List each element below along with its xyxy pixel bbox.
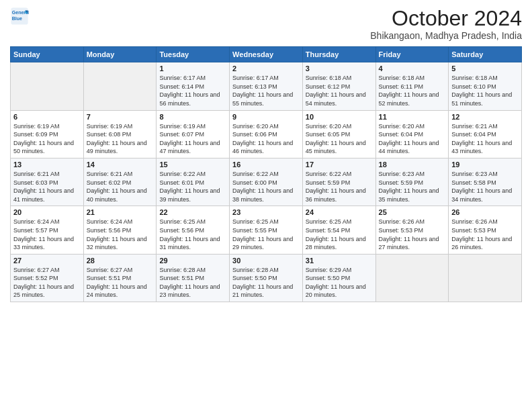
day-number: 3 (306, 64, 373, 73)
day-info: Sunrise: 6:28 AM Sunset: 5:51 PM Dayligh… (159, 266, 226, 300)
day-info: Sunrise: 6:25 AM Sunset: 5:54 PM Dayligh… (306, 218, 373, 251)
logo: General Blue (10, 7, 29, 26)
logo-icon: General Blue (10, 7, 29, 26)
day-info: Sunrise: 6:21 AM Sunset: 6:02 PM Dayligh… (87, 170, 154, 203)
svg-text:Blue: Blue (12, 16, 22, 21)
day-number: 26 (451, 208, 519, 216)
day-number: 27 (13, 257, 81, 265)
calendar-header-row: SundayMondayTuesdayWednesdayThursdayFrid… (11, 47, 522, 62)
day-number: 29 (159, 257, 226, 265)
day-info: Sunrise: 6:29 AM Sunset: 5:50 PM Dayligh… (306, 266, 373, 300)
table-row: 5Sunrise: 6:18 AM Sunset: 6:10 PM Daylig… (449, 62, 522, 110)
day-info: Sunrise: 6:22 AM Sunset: 6:01 PM Dayligh… (159, 170, 226, 203)
table-row: 9Sunrise: 6:20 AM Sunset: 6:06 PM Daylig… (230, 110, 303, 158)
calendar-header-monday: Monday (83, 47, 157, 62)
day-number: 24 (306, 208, 373, 216)
calendar-table: SundayMondayTuesdayWednesdayThursdayFrid… (10, 46, 522, 302)
table-row: 22Sunrise: 6:25 AM Sunset: 5:56 PM Dayli… (157, 206, 230, 254)
table-row (11, 62, 84, 110)
day-info: Sunrise: 6:27 AM Sunset: 5:52 PM Dayligh… (13, 266, 81, 300)
table-row: 25Sunrise: 6:26 AM Sunset: 5:53 PM Dayli… (375, 206, 449, 254)
day-number: 25 (379, 208, 446, 216)
table-row: 14Sunrise: 6:21 AM Sunset: 6:02 PM Dayli… (83, 158, 157, 205)
day-info: Sunrise: 6:23 AM Sunset: 5:58 PM Dayligh… (451, 170, 519, 203)
calendar-week-4: 20Sunrise: 6:24 AM Sunset: 5:57 PM Dayli… (11, 206, 522, 254)
day-info: Sunrise: 6:24 AM Sunset: 5:56 PM Dayligh… (87, 218, 154, 251)
day-info: Sunrise: 6:22 AM Sunset: 5:59 PM Dayligh… (306, 170, 373, 203)
table-row: 8Sunrise: 6:19 AM Sunset: 6:07 PM Daylig… (157, 110, 230, 158)
table-row: 3Sunrise: 6:18 AM Sunset: 6:12 PM Daylig… (302, 62, 375, 110)
day-number: 14 (87, 161, 154, 169)
day-number: 5 (451, 64, 519, 73)
table-row: 29Sunrise: 6:28 AM Sunset: 5:51 PM Dayli… (157, 254, 230, 302)
title-block: October 2024 Bhikangaon, Madhya Pradesh,… (370, 7, 522, 41)
table-row: 21Sunrise: 6:24 AM Sunset: 5:56 PM Dayli… (83, 206, 157, 254)
location-title: Bhikangaon, Madhya Pradesh, India (370, 30, 522, 41)
table-row: 1Sunrise: 6:17 AM Sunset: 6:14 PM Daylig… (157, 62, 230, 110)
day-number: 1 (159, 64, 226, 73)
day-info: Sunrise: 6:20 AM Sunset: 6:06 PM Dayligh… (232, 122, 300, 156)
day-info: Sunrise: 6:19 AM Sunset: 6:09 PM Dayligh… (13, 122, 81, 156)
day-number: 17 (306, 161, 373, 169)
day-number: 28 (87, 257, 154, 265)
day-info: Sunrise: 6:17 AM Sunset: 6:13 PM Dayligh… (232, 74, 300, 107)
month-title: October 2024 (370, 7, 522, 30)
calendar-header-sunday: Sunday (11, 47, 84, 62)
day-number: 10 (306, 113, 373, 121)
day-info: Sunrise: 6:26 AM Sunset: 5:53 PM Dayligh… (451, 218, 519, 251)
calendar-header-saturday: Saturday (449, 47, 522, 62)
day-info: Sunrise: 6:19 AM Sunset: 6:08 PM Dayligh… (87, 122, 154, 156)
day-number: 16 (232, 161, 300, 169)
table-row: 7Sunrise: 6:19 AM Sunset: 6:08 PM Daylig… (83, 110, 157, 158)
table-row: 18Sunrise: 6:23 AM Sunset: 5:59 PM Dayli… (375, 158, 449, 205)
day-number: 13 (13, 161, 81, 169)
calendar-week-5: 27Sunrise: 6:27 AM Sunset: 5:52 PM Dayli… (11, 254, 522, 302)
calendar-week-1: 1Sunrise: 6:17 AM Sunset: 6:14 PM Daylig… (11, 62, 522, 110)
day-number: 22 (159, 208, 226, 216)
day-number: 6 (13, 113, 81, 121)
day-info: Sunrise: 6:19 AM Sunset: 6:07 PM Dayligh… (159, 122, 226, 156)
table-row: 6Sunrise: 6:19 AM Sunset: 6:09 PM Daylig… (11, 110, 84, 158)
day-info: Sunrise: 6:25 AM Sunset: 5:55 PM Dayligh… (232, 218, 300, 251)
day-number: 9 (232, 113, 300, 121)
day-number: 20 (13, 208, 81, 216)
table-row: 4Sunrise: 6:18 AM Sunset: 6:11 PM Daylig… (375, 62, 449, 110)
day-info: Sunrise: 6:18 AM Sunset: 6:11 PM Dayligh… (379, 74, 446, 107)
calendar-header-wednesday: Wednesday (230, 47, 303, 62)
day-number: 4 (379, 64, 446, 73)
day-info: Sunrise: 6:18 AM Sunset: 6:10 PM Dayligh… (451, 74, 519, 107)
table-row: 30Sunrise: 6:28 AM Sunset: 5:50 PM Dayli… (230, 254, 303, 302)
header: General Blue October 2024 Bhikangaon, Ma… (10, 7, 522, 41)
table-row: 31Sunrise: 6:29 AM Sunset: 5:50 PM Dayli… (302, 254, 375, 302)
day-info: Sunrise: 6:18 AM Sunset: 6:12 PM Dayligh… (306, 74, 373, 107)
table-row: 10Sunrise: 6:20 AM Sunset: 6:05 PM Dayli… (302, 110, 375, 158)
day-info: Sunrise: 6:20 AM Sunset: 6:05 PM Dayligh… (306, 122, 373, 156)
table-row: 24Sunrise: 6:25 AM Sunset: 5:54 PM Dayli… (302, 206, 375, 254)
day-number: 23 (232, 208, 300, 216)
day-number: 19 (451, 161, 519, 169)
table-row: 13Sunrise: 6:21 AM Sunset: 6:03 PM Dayli… (11, 158, 84, 205)
day-info: Sunrise: 6:25 AM Sunset: 5:56 PM Dayligh… (159, 218, 226, 251)
day-number: 15 (159, 161, 226, 169)
day-number: 30 (232, 257, 300, 265)
day-number: 12 (451, 113, 519, 121)
day-number: 2 (232, 64, 300, 73)
calendar-header-thursday: Thursday (302, 47, 375, 62)
day-number: 21 (87, 208, 154, 216)
day-number: 18 (379, 161, 446, 169)
table-row: 26Sunrise: 6:26 AM Sunset: 5:53 PM Dayli… (449, 206, 522, 254)
table-row (83, 62, 157, 110)
day-info: Sunrise: 6:17 AM Sunset: 6:14 PM Dayligh… (159, 74, 226, 107)
page: General Blue October 2024 Bhikangaon, Ma… (0, 0, 532, 411)
day-info: Sunrise: 6:28 AM Sunset: 5:50 PM Dayligh… (232, 266, 300, 300)
calendar-week-2: 6Sunrise: 6:19 AM Sunset: 6:09 PM Daylig… (11, 110, 522, 158)
day-info: Sunrise: 6:22 AM Sunset: 6:00 PM Dayligh… (232, 170, 300, 203)
table-row: 27Sunrise: 6:27 AM Sunset: 5:52 PM Dayli… (11, 254, 84, 302)
day-info: Sunrise: 6:24 AM Sunset: 5:57 PM Dayligh… (13, 218, 81, 251)
calendar-header-tuesday: Tuesday (157, 47, 230, 62)
day-info: Sunrise: 6:21 AM Sunset: 6:03 PM Dayligh… (13, 170, 81, 203)
table-row: 12Sunrise: 6:21 AM Sunset: 6:04 PM Dayli… (449, 110, 522, 158)
calendar-header-friday: Friday (375, 47, 449, 62)
table-row: 19Sunrise: 6:23 AM Sunset: 5:58 PM Dayli… (449, 158, 522, 205)
table-row: 17Sunrise: 6:22 AM Sunset: 5:59 PM Dayli… (302, 158, 375, 205)
